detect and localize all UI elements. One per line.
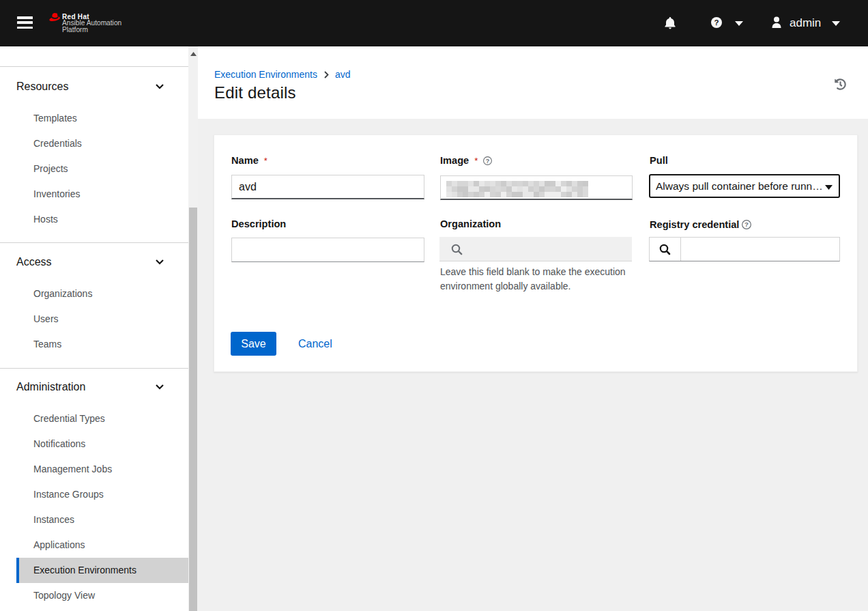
svg-text:?: ?: [714, 18, 719, 27]
svg-text:?: ?: [486, 158, 490, 165]
svg-text:?: ?: [744, 221, 749, 228]
